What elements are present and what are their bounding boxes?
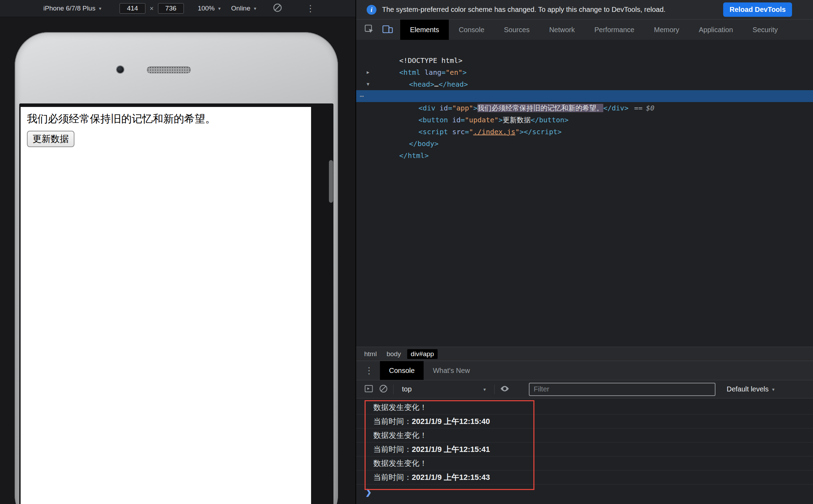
chevron-down-icon: ▾ — [218, 6, 221, 11]
devtools-window: iPhone 6/7/8 Plus ▾ × 100% ▾ Online ▾ ⋮ — [0, 0, 813, 504]
dom-node-update-button[interactable]: <button id="update">更新数据</button> — [356, 102, 813, 114]
breadcrumb-item-html[interactable]: html — [361, 349, 380, 359]
clear-console-button[interactable] — [379, 384, 388, 395]
dom-close-body[interactable]: </body> — [356, 126, 813, 138]
log-levels-label: Default levels — [727, 385, 769, 393]
dimensions-times-separator: × — [150, 5, 154, 13]
console-prompt[interactable]: ❯ — [356, 484, 813, 497]
rotate-disabled-icon — [272, 2, 283, 15]
console-drawer-header: ⋮ Console What's New — [356, 361, 813, 380]
kebab-menu-icon: ⋮ — [365, 365, 374, 376]
infobar: i The system-preferred color scheme has … — [356, 0, 813, 20]
chevron-down-icon: ▾ — [483, 387, 486, 392]
console-message-row: 数据发生变化！ — [356, 456, 813, 470]
prompt-chevron-icon: ❯ — [365, 488, 372, 497]
phone-device-frame: 我们必须经常保持旧的记忆和新的希望。 更新数据 — [15, 32, 338, 504]
eye-icon — [499, 383, 510, 395]
console-message-row: 当前时间：2021/1/9 上午12:15:40 — [356, 415, 813, 429]
dom-close-html[interactable]: </html> — [356, 138, 813, 150]
expand-arrow-icon[interactable]: ▶ — [367, 66, 369, 78]
elements-panel: <!DOCTYPE html> <html lang="en"> ▶<head>… — [356, 40, 813, 347]
dom-node-html[interactable]: <html lang="en"> — [356, 55, 813, 66]
drawer-tab-console[interactable]: Console — [380, 361, 424, 380]
emulated-page-viewport: 我们必须经常保持旧的记忆和新的希望。 更新数据 — [21, 107, 311, 504]
breadcrumb-item-div-app[interactable]: div#app — [407, 349, 438, 359]
viewport-height-input[interactable] — [158, 3, 184, 14]
chevron-down-icon: ▾ — [254, 6, 256, 11]
device-toolbar: iPhone 6/7/8 Plus ▾ × 100% ▾ Online ▾ ⋮ — [0, 0, 355, 17]
console-message-row: 数据发生变化！ — [356, 429, 813, 442]
network-throttle-select[interactable]: Online ▾ — [231, 5, 256, 12]
infobar-message: The system-preferred color scheme has ch… — [382, 6, 665, 14]
tab-security[interactable]: Security — [743, 20, 787, 40]
toolbar-icons — [356, 20, 400, 40]
tab-network[interactable]: Network — [539, 20, 584, 40]
devtools-pane: i The system-preferred color scheme has … — [356, 0, 813, 504]
info-icon: i — [367, 5, 376, 15]
network-throttle-label: Online — [231, 5, 250, 12]
tab-sources[interactable]: Sources — [494, 20, 539, 40]
tab-performance[interactable]: Performance — [585, 20, 645, 40]
chevron-down-icon: ▾ — [99, 6, 101, 11]
viewport-scrollbar-thumb[interactable] — [329, 160, 333, 203]
device-select-label: iPhone 6/7/8 Plus — [43, 5, 95, 12]
drawer-tab-whats-new[interactable]: What's New — [424, 361, 479, 380]
create-live-expression-button[interactable] — [499, 383, 510, 395]
breadcrumb-item-body[interactable]: body — [383, 349, 404, 359]
console-messages-area: 数据发生变化！ 当前时间：2021/1/9 上午12:15:40 数据发生变化！… — [356, 398, 813, 504]
page-text: 我们必须经常保持旧的记忆和新的希望。 — [21, 107, 311, 127]
device-toolbar-more-options-button[interactable]: ⋮ — [306, 4, 315, 13]
viewport-width-input[interactable] — [120, 3, 145, 14]
tab-console[interactable]: Console — [449, 20, 494, 40]
tab-memory[interactable]: Memory — [644, 20, 689, 40]
phone-speaker-grille — [147, 66, 191, 73]
phone-camera — [117, 66, 124, 73]
collapse-arrow-icon[interactable]: ▼ — [367, 78, 369, 90]
device-toolbar-icon — [382, 24, 393, 36]
console-sidebar-button[interactable] — [364, 384, 374, 395]
breadcrumb: html body div#app — [356, 347, 813, 361]
kebab-menu-icon: ⋮ — [306, 3, 315, 14]
inspect-cursor-icon — [364, 24, 374, 36]
device-select[interactable]: iPhone 6/7/8 Plus ▾ — [43, 5, 101, 12]
rotate-viewport-button[interactable] — [272, 2, 283, 15]
chevron-down-icon: ▾ — [772, 387, 775, 392]
dom-node-app-div[interactable]: ⋯<div id="app">我们必须经常保持旧的记忆和新的希望。</div>=… — [356, 90, 813, 102]
context-selector-value: top — [402, 385, 412, 393]
toggle-device-toolbar-button[interactable] — [382, 24, 393, 36]
tab-elements[interactable]: Elements — [400, 20, 449, 40]
console-message-row: 当前时间：2021/1/9 上午12:15:41 — [356, 442, 813, 456]
ban-circle-icon — [379, 384, 388, 395]
dom-node-head[interactable]: ▶<head>…</head> — [356, 66, 813, 78]
console-message-row: 当前时间：2021/1/9 上午12:15:43 — [356, 470, 813, 484]
zoom-select-label: 100% — [198, 5, 215, 12]
dom-line-doctype[interactable]: <!DOCTYPE html> — [356, 43, 813, 55]
console-filter-input[interactable] — [529, 383, 715, 396]
toolbar-separator — [494, 384, 495, 394]
log-levels-select[interactable]: Default levels ▾ — [727, 385, 775, 393]
reload-devtools-button[interactable]: Reload DevTools — [723, 2, 792, 17]
dom-node-script[interactable]: <script src="./index.js"></script> — [356, 114, 813, 126]
console-sidebar-icon — [364, 384, 374, 395]
tab-application[interactable]: Application — [689, 20, 743, 40]
device-emulation-pane: iPhone 6/7/8 Plus ▾ × 100% ▾ Online ▾ ⋮ — [0, 0, 356, 504]
main-tab-bar: Elements Console Sources Network Perform… — [356, 20, 813, 40]
javascript-context-selector[interactable]: top ▾ — [398, 385, 489, 393]
toolbar-separator — [393, 384, 394, 394]
node-more-actions-icon[interactable]: ⋯ — [360, 90, 364, 102]
dom-node-body[interactable]: ▼<body> — [356, 78, 813, 90]
zoom-select[interactable]: 100% ▾ — [198, 5, 221, 12]
drawer-menu-button[interactable]: ⋮ — [356, 361, 380, 380]
inspect-element-button[interactable] — [364, 24, 374, 36]
phone-screen: 我们必须经常保持旧的记忆和新的希望。 更新数据 — [19, 103, 333, 504]
update-data-button[interactable]: 更新数据 — [27, 131, 74, 147]
console-toolbar: top ▾ Default levels ▾ — [356, 380, 813, 398]
console-message-row: 数据发生变化！ — [356, 401, 813, 415]
